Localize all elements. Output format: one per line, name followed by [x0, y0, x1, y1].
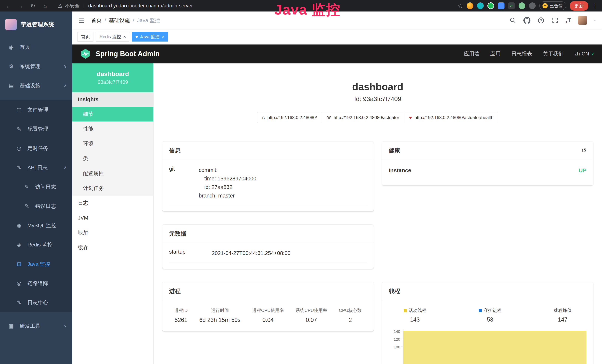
sba-item-details[interactable]: 细节	[72, 107, 153, 121]
sba-main-panel: dashboard Id: 93a3fc7f7409 ⌂ http://192.…	[153, 63, 602, 364]
admin-topbar: ☰ 首页 / 基础设施 / Java 监控	[72, 11, 602, 29]
extension-icon[interactable]	[519, 2, 525, 9]
blue-swatch-icon	[479, 309, 482, 312]
sidebar-item-label: 错误日志	[35, 203, 56, 210]
home-icon[interactable]: ⌂	[41, 2, 49, 9]
tags-view: 首页 Redis 监控 × Java 监控 ×	[72, 29, 602, 44]
reload-icon[interactable]: ↻	[29, 2, 37, 9]
extension-icon[interactable]	[498, 2, 505, 9]
tab-java-monitor[interactable]: Java 监控 ×	[132, 32, 168, 42]
omnibox[interactable]: ⚠ 不安全 | dashboard.yudao.iocoder.cn/infra…	[58, 3, 193, 9]
sba-nav: 应用墙 应用 日志报表 关于我们 zh-CN ∨	[464, 50, 594, 57]
breadcrumb-home[interactable]: 首页	[91, 17, 102, 24]
sba-nav-about[interactable]: 关于我们	[543, 50, 564, 57]
extension-icon[interactable]	[467, 2, 473, 9]
bookmark-star-icon[interactable]: ☆	[458, 2, 463, 9]
sba-item-performance[interactable]: 性能	[72, 121, 153, 136]
chevron-down-icon: ∨	[591, 51, 594, 56]
sidebar-item-java-monitor[interactable]: ⊡ Java 监控	[0, 254, 72, 274]
sba-item-environment[interactable]: 环境	[72, 136, 153, 151]
sidebar-item-log-center[interactable]: ✎ 日志中心	[0, 293, 72, 312]
spring-boot-admin-logo-icon	[80, 48, 91, 59]
locale-dropdown[interactable]: zh-CN ∨	[574, 51, 594, 57]
back-icon[interactable]: ←	[4, 2, 13, 9]
help-icon[interactable]: ?	[538, 17, 545, 24]
github-icon[interactable]	[523, 17, 530, 24]
health-card-body: Instance UP	[382, 160, 593, 185]
info-card-body: git commit: time: 1596289704000 id: 27aa…	[162, 160, 374, 211]
sidebar-item-trace[interactable]: ◎ 链路追踪	[0, 274, 72, 293]
sba-nav-wallboard[interactable]: 应用墙	[464, 50, 479, 57]
metric-label: 系统CPU使用率	[296, 307, 327, 313]
toolbox-icon: ▣	[8, 323, 15, 329]
sba-item-mappings[interactable]: 映射	[72, 225, 153, 240]
app-logo[interactable]: 芋道管理系统	[0, 11, 72, 37]
fullscreen-icon[interactable]	[552, 17, 559, 24]
sba-brand-title[interactable]: Spring Boot Admin	[96, 50, 160, 58]
breadcrumb-infra[interactable]: 基础设施	[109, 17, 130, 24]
url-text[interactable]: dashboard.yudao.iocoder.cn/infra/admin-s…	[88, 3, 193, 9]
metric-label: 进程ID	[174, 307, 188, 313]
sba-sidebar: dashboard 93a3fc7f7409 Insights 细节 性能 环境…	[72, 63, 153, 364]
metric-value: 0.04	[252, 317, 284, 323]
forward-icon[interactable]: →	[16, 2, 25, 9]
avatar-caret-icon[interactable]: ▾	[594, 18, 596, 22]
sba-item-jvm[interactable]: JVM	[72, 211, 153, 225]
close-icon[interactable]: ×	[162, 34, 164, 39]
sidebar-item-system[interactable]: ⚙ 系统管理 ∨	[0, 57, 72, 76]
sba-item-scheduled[interactable]: 计划任务	[72, 181, 153, 196]
sidebar-item-file-manage[interactable]: ▢ 文件管理	[0, 100, 72, 119]
sidebar-item-redis-monitor[interactable]: ◈ Redis 监控	[0, 235, 72, 254]
sba-item-logs[interactable]: 日志	[72, 196, 153, 211]
update-button[interactable]: 更新	[570, 1, 588, 11]
monitor-icon: ⊡	[16, 261, 23, 267]
sba-item-classes[interactable]: 类	[72, 151, 153, 166]
sba-nav-journal[interactable]: 日志报表	[511, 50, 532, 57]
font-size-icon[interactable]: тT	[566, 17, 571, 24]
sidebar-item-access-log[interactable]: ✎ 访问日志	[0, 177, 72, 197]
hamburger-icon[interactable]: ☰	[79, 17, 85, 24]
sba-nav-applications[interactable]: 应用	[490, 50, 501, 57]
sidebar-item-home[interactable]: ◉ 首页	[0, 37, 72, 57]
sidebar-item-config-manage[interactable]: ✎ 配置管理	[0, 119, 72, 139]
sidebar-item-devtools[interactable]: ▣ 研发工具 ∨	[0, 316, 72, 336]
page-title: dashboard	[162, 81, 593, 92]
health-row[interactable]: Instance UP	[389, 166, 587, 179]
process-card-body: 进程ID 5261 运行时间 6d 23h 15m 59s 进程CPU使用率 0…	[162, 300, 374, 331]
tab-redis-monitor[interactable]: Redis 监控 ×	[96, 32, 129, 42]
sidebar-item-error-log[interactable]: ✎ 错误日志	[0, 197, 72, 216]
search-icon[interactable]	[509, 17, 516, 24]
edit-icon: ✎	[23, 203, 30, 209]
sidebar-item-infra[interactable]: ▤ 基础设施 ∧	[0, 76, 72, 95]
sidebar-item-label: Redis 监控	[27, 241, 53, 248]
sidebar-item-mysql-monitor[interactable]: ▦ MySQL 监控	[0, 216, 72, 235]
health-url-button[interactable]: ♥ http://192.168.0.2:48080/actuator/heal…	[404, 112, 498, 123]
font-size-small: т	[566, 20, 568, 24]
breadcrumb-separator: /	[105, 17, 106, 23]
info-line: commit:	[199, 166, 367, 174]
tab-home[interactable]: 首页	[77, 32, 93, 42]
eye-icon: ◎	[16, 280, 23, 287]
logo-avatar	[5, 19, 17, 30]
extension-icon[interactable]	[487, 2, 494, 9]
extension-icon[interactable]	[477, 2, 484, 9]
browser-menu-icon[interactable]: ⋮	[592, 2, 598, 9]
sba-navbar: Spring Boot Admin 应用墙 应用 日志报表 关于我们 zh-CN…	[72, 44, 602, 63]
close-icon[interactable]: ×	[123, 34, 126, 39]
service-url-button[interactable]: ⌂ http://192.168.0.2:48080/	[257, 112, 322, 123]
sidebar-item-api-log[interactable]: ✎ API 日志 ∧	[0, 158, 72, 177]
actuator-url-button[interactable]: ⚒ http://192.168.0.2:48080/actuator	[322, 112, 404, 123]
sidebar-item-label: API 日志	[27, 164, 48, 171]
instance-header[interactable]: dashboard 93a3fc7f7409	[72, 63, 153, 92]
extension-on-icon[interactable]: on	[508, 2, 515, 9]
history-icon[interactable]: ↺	[581, 147, 586, 154]
paused-badge[interactable]: 已暂停	[539, 1, 566, 10]
sba-item-config-props[interactable]: 配置属性	[72, 166, 153, 181]
info-card-title: 信息	[162, 141, 374, 160]
extension-icon[interactable]	[529, 2, 536, 9]
sba-item-caches[interactable]: 缓存	[72, 240, 153, 255]
avatar[interactable]	[578, 16, 587, 25]
y-tick-label: 120	[394, 337, 400, 342]
health-card: 健康 ↺ Instance UP	[382, 141, 593, 185]
sidebar-item-scheduled-job[interactable]: ◷ 定时任务	[0, 139, 72, 158]
